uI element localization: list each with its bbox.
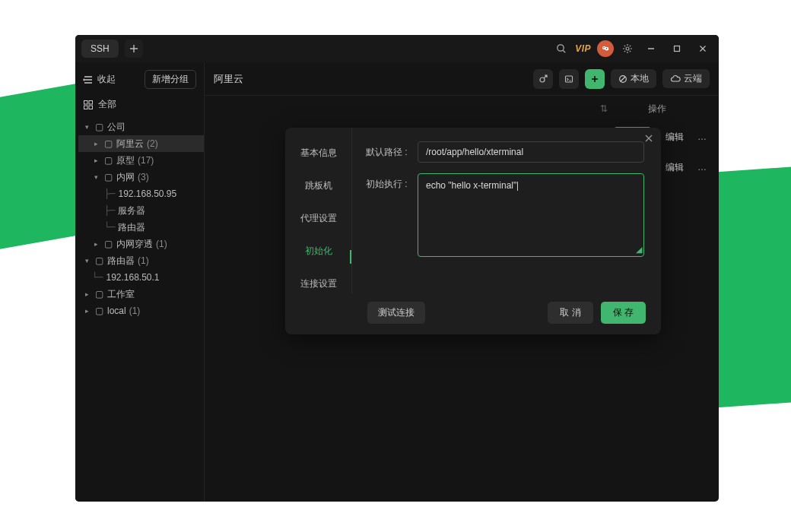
settings-button[interactable]: [620, 41, 635, 56]
svg-point-4: [606, 48, 608, 49]
cloud-icon: [670, 74, 681, 84]
add-host-button[interactable]: [585, 69, 605, 89]
gender-button[interactable]: [533, 69, 553, 89]
row-more-button[interactable]: …: [697, 131, 707, 142]
sort-icon[interactable]: ⇅: [600, 103, 608, 114]
cloud-toggle[interactable]: 云端: [662, 69, 710, 88]
col-ops-label: 操作: [608, 103, 707, 116]
folder-icon: ▢: [94, 289, 104, 299]
sidebar-all-button[interactable]: 全部: [75, 93, 204, 117]
vip-badge[interactable]: VIP: [575, 43, 591, 54]
folder-icon: ▢: [94, 306, 104, 316]
close-icon: [644, 134, 653, 143]
close-icon: [698, 44, 707, 53]
svg-rect-8: [89, 100, 93, 104]
tree-node-intranet-pen[interactable]: ▸ ▢ 内网穿透 (1): [78, 236, 204, 252]
grid-icon: [83, 100, 94, 110]
male-icon: [538, 74, 548, 84]
tree-leaf-router[interactable]: └─ 路由器: [78, 219, 204, 236]
new-tab-button[interactable]: [125, 40, 143, 58]
tree-label: 服务器: [118, 204, 145, 217]
search-button[interactable]: [554, 41, 569, 56]
modal-footer: 测试连接 取 消 保 存: [285, 294, 661, 334]
tree-node-proto[interactable]: ▸ ▢ 原型 (17): [78, 152, 204, 169]
search-icon: [556, 43, 567, 54]
tree-leaf-ip2[interactable]: └─ 192.168.50.1: [78, 269, 204, 286]
edit-button[interactable]: 编辑: [658, 157, 691, 178]
init-exec-label: 初始执行 :: [366, 173, 413, 191]
tree: ▾ ▢ 公司 ▸ ▢ 阿里云 (2) ▸ ▢ 原型 (17) ▾: [75, 117, 204, 319]
tree-connector: └─: [92, 272, 103, 283]
tree-node-aliyun[interactable]: ▸ ▢ 阿里云 (2): [78, 135, 204, 152]
modal-close-button[interactable]: [644, 134, 653, 143]
collapse-sidebar-button[interactable]: 收起: [83, 73, 116, 86]
modal-tab-proxy[interactable]: 代理设置: [285, 210, 351, 227]
chevron-right-icon: ▸: [92, 157, 100, 164]
svg-point-0: [558, 45, 564, 51]
tree-label: 内网: [116, 171, 135, 184]
chevron-down-icon: ▾: [83, 123, 91, 131]
avatar[interactable]: [597, 40, 614, 57]
folder-icon: ▢: [103, 172, 113, 182]
plus-icon: [590, 74, 599, 84]
save-button[interactable]: 保 存: [601, 302, 646, 324]
minimize-icon: [646, 44, 656, 53]
close-window-button[interactable]: [693, 39, 713, 59]
tree-node-studio[interactable]: ▸ ▢ 工作室: [78, 286, 204, 302]
terminal-icon: [564, 74, 573, 84]
tree-label: 192.168.50.95: [118, 188, 176, 199]
modal-tab-basic[interactable]: 基本信息: [285, 144, 351, 162]
tree-leaf-ip1[interactable]: ├─ 192.168.50.95: [78, 185, 204, 202]
collapse-icon: [83, 74, 94, 85]
text-cursor: [517, 182, 518, 191]
tree-connector: ├─: [104, 188, 115, 199]
tree-label: 192.168.50.1: [106, 272, 159, 283]
tree-label: 公司: [107, 121, 125, 134]
folder-icon: ▢: [94, 255, 104, 266]
new-group-button[interactable]: 新增分组: [145, 70, 196, 89]
tree-leaf-server[interactable]: ├─ 服务器: [78, 202, 204, 219]
terminal-button[interactable]: [559, 69, 579, 89]
tree-connector: ├─: [104, 205, 115, 216]
tree-label: 路由器: [107, 255, 135, 268]
tree-node-intranet[interactable]: ▾ ▢ 内网 (3): [78, 169, 204, 185]
forbid-icon: [618, 74, 627, 84]
titlebar: SSH VIP: [75, 35, 719, 62]
textarea-value: echo "hello x-terminal": [426, 180, 516, 191]
chevron-right-icon: ▸: [92, 240, 100, 248]
cancel-button[interactable]: 取 消: [548, 302, 592, 324]
tree-label: 阿里云: [116, 138, 144, 150]
test-connection-button[interactable]: 测试连接: [367, 302, 425, 324]
edit-host-modal: 基本信息 跳板机 代理设置 初始化 连接设置 默认路径 : /root/app/…: [285, 128, 661, 334]
modal-tab-jump[interactable]: 跳板机: [285, 177, 351, 195]
all-label: 全部: [98, 98, 116, 111]
row-more-button[interactable]: …: [697, 162, 707, 173]
modal-sidebar: 基本信息 跳板机 代理设置 初始化 连接设置: [285, 128, 352, 294]
tree-node-routers[interactable]: ▾ ▢ 路由器 (1): [78, 252, 204, 269]
tree-node-company[interactable]: ▾ ▢ 公司: [78, 119, 204, 135]
app-window: SSH VIP 收起: [75, 35, 719, 502]
collapse-label: 收起: [97, 73, 116, 86]
tree-node-local[interactable]: ▸ ▢ local (1): [78, 302, 204, 319]
init-exec-textarea[interactable]: echo "hello x-terminal" ◢: [418, 173, 644, 257]
active-indicator: [350, 250, 351, 264]
modal-tab-conn[interactable]: 连接设置: [285, 275, 351, 293]
tree-count: (17): [138, 155, 154, 166]
tab-ssh[interactable]: SSH: [81, 40, 119, 58]
tree-label: 路由器: [118, 221, 145, 234]
tree-label: 内网穿透: [116, 238, 153, 251]
default-path-input[interactable]: /root/app/hello/xterminal: [418, 141, 644, 163]
local-toggle[interactable]: 本地: [611, 69, 656, 88]
edit-button[interactable]: 编辑: [658, 127, 691, 147]
folder-icon: ▢: [103, 138, 113, 149]
folder-icon: ▢: [103, 155, 113, 166]
maximize-icon: [672, 44, 681, 53]
tree-count: (3): [138, 172, 149, 182]
svg-rect-6: [675, 46, 680, 52]
modal-tab-init[interactable]: 初始化: [285, 242, 351, 260]
tree-count: (2): [147, 138, 158, 149]
maximize-button[interactable]: [667, 39, 687, 59]
svg-point-5: [626, 47, 629, 50]
minimize-button[interactable]: [641, 39, 661, 59]
tree-label: 原型: [116, 154, 135, 167]
